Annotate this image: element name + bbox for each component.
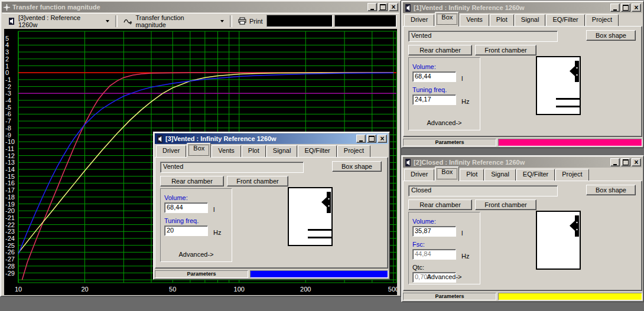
field-input-tuning-freq-[interactable]: 20 (164, 225, 208, 236)
front-chamber-button[interactable]: Front chamber (475, 199, 536, 210)
print-icon (238, 17, 246, 25)
box-shape-button[interactable]: Box shape (332, 161, 382, 172)
y-axis-tick-label: -23 (5, 228, 15, 235)
tab-eq-filter[interactable]: EQ/Filter (516, 169, 555, 181)
tab-plot[interactable]: Plot (460, 169, 484, 181)
y-axis-tick-label: -11 (5, 145, 14, 152)
box-shape-button[interactable]: Box shape (586, 30, 636, 41)
minimize-button[interactable] (356, 135, 366, 143)
front-chamber-button[interactable]: Front chamber (227, 176, 288, 186)
close-icon: × (391, 4, 395, 10)
advanced-link[interactable]: Advanced-> (161, 251, 232, 258)
plot-type-dropdown[interactable]: Transfer function magnitude (120, 14, 227, 28)
field-input-volume-[interactable]: 68,44 (164, 202, 208, 213)
parameters-label[interactable]: Parameters (403, 293, 496, 300)
maximize-button[interactable] (621, 158, 630, 166)
field-unit: Hz (461, 98, 469, 105)
tab-plot[interactable]: Plot (490, 14, 514, 27)
field-label-fsc-: Fsc: (412, 241, 476, 248)
close-button[interactable]: × (389, 3, 398, 11)
close-icon: × (380, 136, 384, 142)
box-shape-button[interactable]: Box shape (586, 185, 636, 195)
box-tab-page: VentedBox shapeRear chamberFront chamber… (403, 26, 642, 137)
print-button[interactable]: Print (235, 14, 266, 28)
tab-plot[interactable]: Plot (242, 145, 266, 158)
chamber-parameters-group: Volume:35,87lFsc:44,84HzQtc:0,703Advance… (408, 212, 480, 284)
vent-line (308, 229, 331, 231)
close-button[interactable]: × (632, 158, 641, 166)
tab-signal[interactable]: Signal (484, 169, 516, 181)
x-axis-tick-label: 100 (234, 286, 245, 293)
box-type-field[interactable]: Closed (408, 185, 558, 197)
parameters-bar: Parameters (403, 293, 642, 300)
readout-panel-2 (334, 15, 396, 27)
field-label-qtc-: Qtc: (412, 264, 476, 271)
app-icon (3, 4, 11, 11)
front-chamber-button[interactable]: Front chamber (475, 45, 536, 55)
field-input-volume-[interactable]: 68,44 (412, 71, 456, 82)
readout-panel-1 (266, 15, 333, 27)
advanced-link[interactable]: Advanced-> (409, 119, 480, 126)
minimize-button[interactable] (367, 3, 377, 11)
parameters-label[interactable]: Parameters (403, 139, 496, 146)
rear-chamber-button[interactable]: Rear chamber (408, 199, 472, 210)
rear-chamber-button[interactable]: Rear chamber (408, 45, 472, 55)
dialog-window--1-vented: [1]Vented : Infinity Reference 1260w×Dri… (401, 1, 644, 148)
tab-vents[interactable]: Vents (460, 14, 489, 27)
tab-project[interactable]: Project (337, 145, 370, 158)
tab-eq-filter[interactable]: EQ/Filter (298, 145, 336, 158)
field-input-volume-[interactable]: 35,87 (412, 226, 456, 237)
speaker-icon (8, 18, 15, 25)
x-axis-tick-label: 20 (81, 286, 88, 293)
box-type-field[interactable]: Vented (160, 162, 304, 173)
chevron-down-icon (106, 20, 109, 22)
tab-project[interactable]: Project (555, 169, 588, 181)
advanced-link[interactable]: Advanced-> (409, 273, 480, 280)
field-input-fsc-[interactable]: 44,84 (412, 249, 456, 260)
box-type-field[interactable]: Vented (408, 31, 558, 42)
minimize-icon (613, 9, 617, 11)
tab-box[interactable]: Box (435, 12, 459, 27)
speaker-icon (404, 4, 412, 12)
field-input-tuning-freq-[interactable]: 24,17 (412, 94, 456, 105)
chamber-parameters-group: Volume:68,44lTuning freq.20HzAdvanced-> (160, 188, 232, 262)
tab-signal[interactable]: Signal (515, 14, 546, 27)
tab-project[interactable]: Project (586, 14, 619, 27)
parameters-bar: Parameters (155, 270, 388, 278)
maximize-button[interactable] (378, 3, 388, 11)
driver-selector-dropdown[interactable]: [3]vented : Reference 1260w (5, 14, 113, 28)
minimize-button[interactable] (610, 4, 620, 12)
tab-box[interactable]: Box (187, 143, 211, 158)
y-axis-tick-label: -19 (5, 201, 15, 208)
parameters-label[interactable]: Parameters (155, 270, 248, 278)
tab-signal[interactable]: Signal (266, 145, 298, 158)
tab-box[interactable]: Box (435, 166, 459, 181)
dialog-title: [3]Vented : Infinity Reference 1260w (165, 135, 354, 142)
tab-driver[interactable]: Driver (404, 169, 434, 181)
y-axis-tick-label: -12 (5, 152, 15, 159)
y-axis-tick-label: -13 (5, 159, 15, 166)
minimize-icon (370, 9, 374, 10)
plot-window-titlebar[interactable]: Transfer function magnitude × (2, 2, 399, 12)
plot-toolbar: [3]vented : Reference 1260w Transfer fun… (2, 13, 399, 29)
maximize-button[interactable] (367, 135, 376, 143)
driver-glyph (320, 191, 331, 214)
rear-chamber-button[interactable]: Rear chamber (160, 176, 224, 186)
field-label-tuning-freq-: Tuning freq. (164, 217, 228, 224)
tab-bar: DriverBoxVentsPlotSignalEQ/FilterProject (404, 14, 641, 27)
tab-driver[interactable]: Driver (156, 145, 186, 158)
x-axis-tick-label: 10 (15, 286, 22, 293)
close-button[interactable]: × (378, 135, 387, 143)
box-tab-page: ClosedBox shapeRear chamberFront chamber… (403, 181, 642, 291)
parameters-bar-fill (498, 293, 642, 300)
minimize-button[interactable] (610, 158, 620, 166)
close-button[interactable]: × (632, 4, 641, 12)
box-shape-image (536, 211, 581, 270)
tab-driver[interactable]: Driver (404, 14, 434, 27)
maximize-button[interactable] (621, 4, 630, 12)
y-axis-tick-label: -25 (5, 242, 15, 249)
tab-vents[interactable]: Vents (212, 145, 241, 158)
plot-window-title: Transfer function magnitude (12, 4, 366, 11)
y-axis-tick-label: -24 (5, 235, 15, 242)
tab-eq-filter[interactable]: EQ/Filter (546, 14, 584, 27)
